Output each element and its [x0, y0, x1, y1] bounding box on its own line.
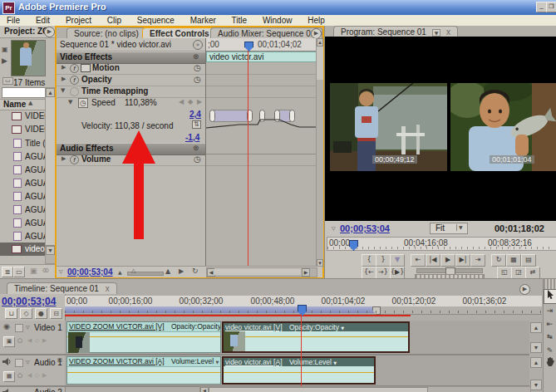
zoom-out-icon[interactable]: ▲ — [118, 270, 122, 275]
tab-close-icon[interactable]: x — [106, 284, 110, 293]
ripple-edit-tool[interactable]: ⇤ — [544, 317, 556, 331]
set-out-point-button[interactable]: } — [376, 254, 391, 267]
loop-preview-icon[interactable]: ▭ — [2, 77, 13, 85]
name-column-header[interactable]: Name ▲ — [0, 99, 45, 110]
hand-tool[interactable] — [544, 357, 556, 370]
toggle-animation-stopwatch-icon[interactable]: ◷ — [194, 75, 201, 84]
menu-title[interactable]: Title — [225, 16, 254, 25]
scroll-up-button[interactable]: ▲ — [46, 88, 55, 97]
play-preview-icon[interactable]: ▶ — [2, 57, 7, 65]
ec-ruler[interactable]: ;00 00;01;04;02 — [206, 38, 317, 51]
volume-rubber-band[interactable] — [67, 372, 220, 373]
list-item[interactable]: AGUA — [0, 229, 45, 243]
collapse-icon[interactable]: ▽ — [59, 269, 63, 274]
go-to-next-marker-button[interactable]: →} — [376, 267, 391, 279]
menu-sequence[interactable]: Sequence — [130, 16, 181, 25]
disclosure-triangle-icon[interactable]: ▼ — [68, 100, 72, 105]
rate-stretch-tool[interactable]: ↹ — [544, 331, 556, 344]
program-ruler[interactable]: 00;00 00;04;16;08 00;08;32;16 — [327, 237, 556, 251]
effects-collapse-icon[interactable]: ⊗ — [193, 145, 199, 152]
ec-current-timecode[interactable]: 00;00;53;04 — [67, 267, 112, 277]
clip-video-zoom-victor-v[interactable]: VIDEO ZOOM VICTOR.avi [V] Opacity:Opacit… — [66, 321, 221, 353]
pen-tool[interactable]: ✎ — [544, 344, 556, 357]
play-in-to-out-button[interactable]: {← — [362, 267, 376, 279]
go-to-in-button[interactable]: ⇤ — [411, 254, 426, 267]
speed-property-row[interactable]: ▼ ◷ Speed 110,38% ◀ ◆ ▶ — [57, 97, 205, 109]
video-tracks-scroll-down[interactable]: ▼ — [530, 342, 542, 353]
menu-edit[interactable]: Edit — [29, 16, 57, 25]
restore-button[interactable]: ❐ — [546, 2, 556, 12]
show-hide-effects-icon[interactable]: » — [193, 40, 203, 50]
trim-button[interactable]: ⇄ — [525, 267, 540, 279]
disclosure-triangle-icon[interactable]: ▼ — [61, 88, 65, 94]
audio-tracks-scroll-up[interactable]: ▲ — [530, 357, 542, 368]
search-input[interactable] — [2, 87, 46, 98]
menu-file[interactable]: File — [0, 16, 27, 25]
clip-video-zoom-victor-a[interactable]: VIDEO ZOOM VICTOR.avi [A] Volume:Level ▼ — [66, 356, 221, 385]
list-item[interactable]: Title ( — [0, 136, 45, 149]
toggle-animation-stopwatch-icon[interactable]: ◷ — [194, 63, 201, 72]
chevron-down-icon[interactable]: ▼ — [215, 360, 219, 365]
go-to-previous-keyframe-icon[interactable]: ◀ — [27, 338, 32, 344]
scroll-up-button[interactable]: ▲ — [317, 38, 323, 47]
toggle-animation-stopwatch-icon[interactable]: ◷ — [194, 154, 201, 164]
icon-view-button[interactable]: ▭ — [13, 267, 25, 277]
ec-playhead-marker[interactable] — [244, 42, 253, 51]
scroll-left-button[interactable]: ◀ — [200, 387, 209, 392]
poster-frame-icon[interactable]: ▣ — [2, 47, 8, 53]
find-button[interactable]: oo — [42, 267, 47, 274]
play-button[interactable]: ▶ — [440, 254, 455, 267]
effect-enabled-icon[interactable]: f — [70, 155, 79, 164]
list-item-selected[interactable]: video — [0, 243, 45, 256]
add-keyframe-icon[interactable]: ◆ — [188, 99, 193, 105]
collapse-track-icon[interactable]: ▽ — [26, 325, 30, 330]
list-item[interactable]: AGUA — [0, 216, 45, 229]
speaker-icon[interactable] — [2, 358, 11, 365]
show-keyframes-button[interactable]: ○ — [17, 338, 22, 344]
project-panel-menu-icon[interactable]: ▶ — [44, 27, 55, 37]
disclosure-triangle-icon[interactable]: ▶ — [62, 156, 66, 162]
loop-playback-icon[interactable]: ↻ — [192, 267, 199, 275]
clip-fx-label[interactable]: Volume:Level — [171, 357, 214, 365]
output-button[interactable]: ▤ — [521, 254, 536, 267]
set-in-point-button[interactable]: { — [362, 254, 376, 267]
safe-margins-button[interactable]: ▦ — [506, 254, 521, 267]
menu-project[interactable]: Project — [59, 16, 98, 25]
list-view-button[interactable]: ≣ — [2, 267, 13, 277]
list-item[interactable]: AGUA — [0, 189, 45, 203]
go-to-out-button[interactable]: ⇥ — [470, 254, 485, 267]
zoom-in-icon[interactable]: ▲ — [165, 268, 170, 275]
menu-marker[interactable]: Marker — [184, 16, 223, 25]
scroll-thumb[interactable] — [214, 268, 301, 275]
timeline-current-timecode[interactable]: 00;00;53;04 — [2, 296, 56, 307]
clip-video-victor-v-selected[interactable]: video victor.avi [V] Opacity:Opacity ▼ — [222, 321, 410, 353]
timeline-horizontal-scrollbar[interactable]: ◀ — [199, 386, 531, 392]
set-unnumbered-marker-button[interactable]: ● — [35, 308, 47, 319]
zoom-slider[interactable]: △ — [127, 272, 164, 276]
clip-fx-label[interactable]: Opacity:Opacity — [289, 323, 339, 331]
tab-program[interactable]: Program: Sequence 01 ▼ x — [333, 26, 458, 37]
list-item[interactable]: VIDEO — [0, 123, 45, 136]
velocity-max-value[interactable]: 2,4 — [189, 110, 201, 119]
opacity-rubber-band[interactable] — [224, 336, 408, 337]
clip-fx-label[interactable]: Volume:Level — [289, 358, 332, 366]
program-current-timecode[interactable]: 00;00;53;04 — [340, 223, 390, 233]
track-select-tool[interactable]: ⇥ — [544, 304, 556, 317]
menu-window[interactable]: Window — [256, 16, 299, 25]
volume-rubber-band[interactable] — [224, 372, 374, 373]
effect-enabled-icon[interactable]: f — [70, 76, 79, 85]
disclosure-triangle-icon[interactable]: ▶ — [62, 76, 66, 82]
chevron-down-icon[interactable]: ▼ — [456, 224, 465, 231]
scroll-right-button[interactable]: ▶ — [302, 268, 310, 277]
list-item[interactable]: AGUA — [0, 203, 45, 216]
toggle-sync-lock-button[interactable]: ⊟ — [50, 308, 62, 319]
menu-clip[interactable]: Clip — [101, 16, 128, 25]
tab-audio-mixer[interactable]: Audio Mixer: Sequence 01 — [210, 27, 322, 39]
add-remove-keyframe-icon[interactable]: ◇ — [35, 373, 39, 379]
tab-source[interactable]: Source: (no clips) — [66, 27, 146, 39]
scroll-thumb[interactable] — [46, 97, 55, 246]
opacity-rubber-band[interactable] — [67, 336, 220, 337]
step-back-button[interactable]: |◀ — [426, 254, 440, 267]
play-around-icon[interactable]: ▶ — [179, 268, 184, 275]
scroll-thumb[interactable] — [317, 47, 323, 80]
